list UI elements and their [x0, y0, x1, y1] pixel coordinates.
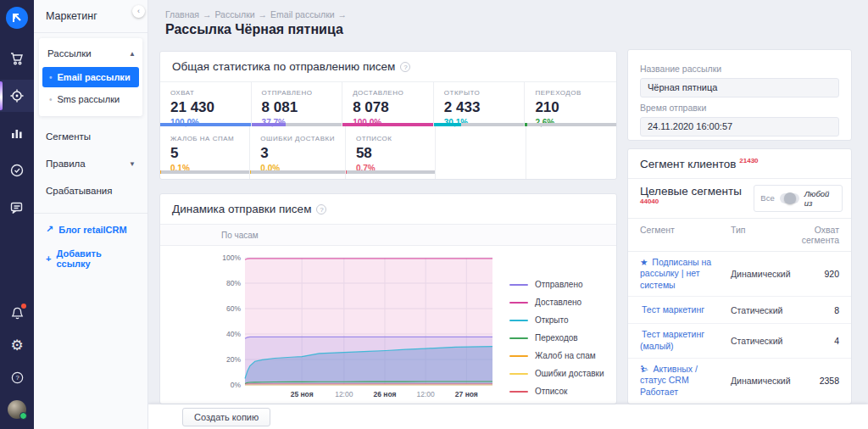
- breadcrumb-home[interactable]: Главная: [165, 9, 199, 20]
- stat-value: 58: [356, 145, 425, 162]
- create-copy-button[interactable]: Создать копию: [182, 408, 270, 426]
- segments-header: Сегмент клиентов 21430: [628, 149, 851, 179]
- stat-label: Охват: [170, 89, 241, 97]
- segment-coverage: 2358: [792, 376, 839, 386]
- target-segments-title: Целевые сегменты 44040: [640, 185, 754, 211]
- target-segments-count-badge: 44040: [640, 198, 659, 205]
- segment-link[interactable]: Тест маркетинг (малый): [640, 329, 731, 352]
- segment-type: Динамический: [731, 376, 792, 386]
- send-time-input[interactable]: 24.11.2020 16:00:57: [640, 117, 839, 136]
- chart-tab-strip: По часам: [160, 225, 616, 246]
- segment-row[interactable]: ⛷ Активных / статус CRM РаботаетДинамиче…: [628, 359, 851, 404]
- menu-title: Маркетинг: [34, 10, 147, 32]
- toggle-any-label: Любой из: [804, 189, 836, 208]
- segment-row[interactable]: Тест маркетингСтатический8: [628, 297, 851, 324]
- stat-label: Переходов: [535, 89, 606, 97]
- tab-by-hours[interactable]: По часам: [221, 231, 259, 240]
- chats-icon[interactable]: [0, 192, 34, 224]
- legend-label: Открыто: [535, 315, 569, 325]
- segment-type: Статический: [731, 336, 792, 346]
- toggle-all-label: Все: [760, 193, 774, 203]
- segment-row[interactable]: Тест маркетинг (малый)Статический4: [628, 324, 851, 358]
- help-icon[interactable]: ?: [0, 361, 34, 393]
- stat-cell-6: Ошибки доставки30,0%: [250, 126, 346, 179]
- sidebar-item-mailings[interactable]: Рассылки ▲: [39, 42, 142, 65]
- legend-label: Ошибки доставки: [535, 369, 604, 378]
- blog-link[interactable]: ↗ Блог retailCRM: [34, 217, 147, 242]
- settings-gear-icon[interactable]: ⚙: [0, 329, 34, 361]
- legend-item[interactable]: Отправлено: [509, 280, 604, 289]
- legend-label: Переходов: [535, 333, 578, 343]
- stat-cell-1: Отправлено8 08137,7%: [252, 82, 343, 126]
- svg-text:40%: 40%: [226, 330, 241, 338]
- add-link-button[interactable]: + Добавить ссылку: [34, 242, 147, 276]
- user-avatar[interactable]: [0, 393, 34, 426]
- segments-card: Сегмент клиентов 21430 Целевые сегменты …: [627, 148, 852, 404]
- bullet-icon: •: [49, 95, 53, 104]
- orders-cart-icon[interactable]: [0, 42, 34, 75]
- stat-value: 210: [535, 99, 606, 116]
- segments-table-body: ★ Подписаны на рассылку | нет системыДин…: [628, 252, 851, 405]
- chevron-down-icon: ▼: [129, 160, 136, 168]
- breadcrumb-arrow: →: [259, 9, 268, 20]
- segment-coverage: 4: [792, 336, 839, 346]
- legend-label: Жалоб на спам: [535, 351, 596, 360]
- segment-link[interactable]: Тест маркетинг: [640, 304, 731, 316]
- stat-value: 8 081: [262, 99, 332, 116]
- segment-row[interactable]: ★ Подписаны на рассылку | нет системыДин…: [628, 252, 851, 298]
- legend-item[interactable]: Доставлено: [509, 298, 604, 307]
- rail-bottom-group: ⚙ ?: [0, 297, 34, 426]
- stats-row-2: Жалоб на спам50,1%Ошибки доставки30,0%От…: [160, 126, 616, 179]
- sidebar-item-triggers[interactable]: Срабатывания: [34, 177, 147, 204]
- info-icon[interactable]: ?: [400, 62, 410, 72]
- mailing-name-input[interactable]: Чёрная пятница: [640, 78, 839, 98]
- svg-text:100%: 100%: [222, 254, 241, 262]
- legend-item[interactable]: Открыто: [509, 315, 604, 325]
- send-time-label: Время отправки: [640, 103, 839, 113]
- segment-coverage: 920: [792, 269, 839, 279]
- stat-label: Жалоб на спам: [170, 135, 239, 142]
- info-icon[interactable]: ?: [316, 204, 326, 214]
- segment-name: Тест маркетинг (малый): [640, 329, 704, 351]
- breadcrumb-arrow: →: [203, 9, 212, 20]
- legend-item[interactable]: Отписок: [509, 387, 604, 396]
- stat-label: Ошибки доставки: [260, 135, 335, 142]
- dynamics-title: Динамика отправки писем: [172, 203, 311, 215]
- sidebar-item-sms-mailings[interactable]: • Sms рассылки: [42, 89, 139, 109]
- chart-body: 0%20%40%60%80%100%25 ноя12:0026 ноя12:00…: [160, 246, 616, 404]
- segment-name: Тест маркетинг: [642, 304, 704, 315]
- match-mode-toggle[interactable]: Все Любой из: [754, 185, 843, 212]
- avatar-image: [8, 400, 26, 419]
- sidebar-collapse-button[interactable]: ‹: [132, 5, 145, 18]
- sidebar-item-email-mailings[interactable]: • Email рассылки: [42, 67, 139, 87]
- notifications-bell-icon[interactable]: [0, 297, 34, 329]
- logo-arrow-icon: [11, 12, 23, 24]
- stat-cell-5: Жалоб на спам50,1%: [160, 126, 250, 179]
- dynamics-card: Динамика отправки писем ? По часам 0%20%…: [159, 193, 617, 404]
- footer-bar: Создать копию: [148, 404, 868, 429]
- dynamics-card-header: Динамика отправки писем ?: [160, 194, 616, 225]
- legend-item[interactable]: Переходов: [509, 333, 604, 343]
- analytics-chart-icon[interactable]: [0, 117, 34, 149]
- retailcrm-logo[interactable]: [0, 0, 34, 36]
- sidebar-item-rules[interactable]: Правила ▼: [34, 150, 147, 177]
- legend-item[interactable]: Жалоб на спам: [509, 351, 604, 360]
- toggle-switch[interactable]: [780, 193, 799, 203]
- legend-label: Отправлено: [535, 280, 582, 289]
- breadcrumb-mailings[interactable]: Рассылки: [214, 9, 254, 20]
- segment-link[interactable]: ⛷ Активных / статус CRM Работает: [640, 364, 731, 398]
- mailing-name-label: Название рассылки: [640, 64, 839, 74]
- sidebar-item-segments[interactable]: Сегменты: [34, 123, 147, 150]
- tasks-clock-icon[interactable]: [0, 154, 34, 187]
- svg-text:25 ноя: 25 ноя: [291, 390, 314, 398]
- breadcrumb-email-mailings[interactable]: Email рассылки: [270, 9, 334, 20]
- legend-item[interactable]: Ошибки доставки: [509, 369, 604, 378]
- legend-label: Доставлено: [535, 298, 581, 307]
- svg-text:12:00: 12:00: [417, 390, 436, 398]
- segment-link[interactable]: ★ Подписаны на рассылку | нет системы: [640, 257, 731, 292]
- marketing-target-icon[interactable]: [0, 80, 34, 112]
- stats-title: Общая статистика по отправлению писем: [172, 60, 395, 73]
- legend-swatch: [509, 284, 528, 286]
- svg-text:80%: 80%: [226, 279, 241, 287]
- external-link-icon: ↗: [46, 224, 53, 235]
